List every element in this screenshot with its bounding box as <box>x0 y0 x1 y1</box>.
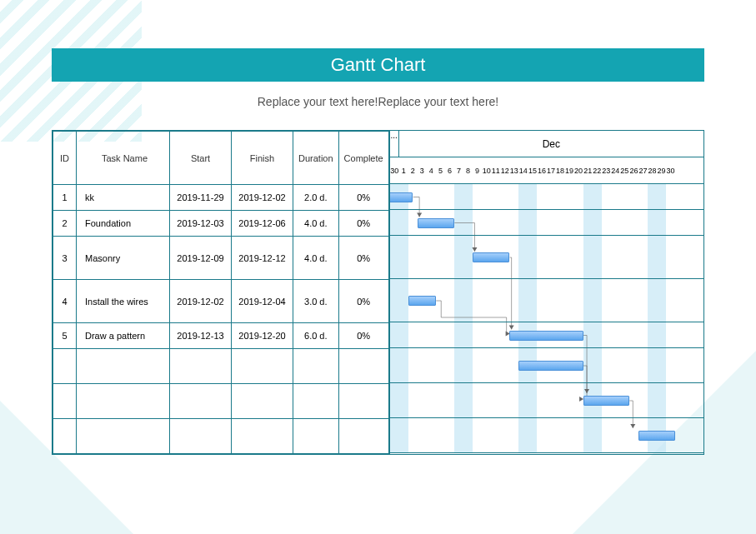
gantt-bar[interactable] <box>418 218 454 228</box>
cell-complete: 0% <box>338 280 388 323</box>
gantt-bar[interactable] <box>408 296 436 306</box>
gantt-row[interactable] <box>390 383 703 418</box>
cell-duration: 4.0 d. <box>293 211 339 237</box>
cell-name: Install the wires <box>77 280 170 323</box>
day-header-cell: 19 <box>565 157 574 183</box>
month-prev-marker: ... <box>390 131 399 157</box>
cell-name <box>77 419 170 454</box>
gantt-bar[interactable] <box>583 396 629 406</box>
day-header-cell: 8 <box>463 157 473 183</box>
table-row[interactable]: 3Masonry2019-12-092019-12-124.0 d.0% <box>53 237 389 280</box>
cell-complete: 0% <box>338 211 388 237</box>
cell-start <box>170 349 232 384</box>
day-header-cell: 16 <box>537 157 546 183</box>
day-header-cell: 4 <box>427 157 436 183</box>
gantt-bar[interactable] <box>389 192 413 202</box>
cell-start: 2019-12-13 <box>170 323 232 349</box>
cell-start: 2019-11-29 <box>170 185 232 211</box>
gantt-timeline-panel: ... Dec 30123456789101112131415161718192… <box>389 131 703 454</box>
gantt-body <box>390 184 703 453</box>
col-id-header: ID <box>53 132 77 185</box>
cell-id <box>53 349 77 384</box>
cell-duration <box>293 419 339 454</box>
cell-finish: 2019-12-20 <box>232 323 293 349</box>
table-header-row: ID Task Name Start Finish Duration Compl… <box>53 132 389 185</box>
title-bar: Gantt Chart <box>52 48 704 82</box>
cell-name: kk <box>77 185 170 211</box>
cell-id <box>53 419 77 454</box>
day-header-cell: 14 <box>518 157 528 183</box>
cell-duration <box>293 349 339 384</box>
day-header-cell: 15 <box>528 157 537 183</box>
cell-finish: 2019-12-04 <box>232 280 293 323</box>
cell-finish: 2019-12-06 <box>232 211 293 237</box>
gantt-day-header: 3012345678910111213141516171819202122232… <box>390 157 703 184</box>
cell-complete <box>338 349 388 384</box>
cell-complete: 0% <box>338 323 388 349</box>
table-row[interactable]: 4Install the wires2019-12-022019-12-043.… <box>53 280 389 323</box>
cell-complete: 0% <box>338 237 388 280</box>
day-header-cell: 6 <box>445 157 454 183</box>
day-header-cell: 22 <box>593 157 602 183</box>
day-header-cell: 21 <box>583 157 593 183</box>
table-row[interactable] <box>53 419 389 454</box>
gantt-row[interactable] <box>390 236 703 279</box>
cell-finish: 2019-12-12 <box>232 237 293 280</box>
gantt-row[interactable] <box>390 279 703 322</box>
task-table: ID Task Name Start Finish Duration Compl… <box>53 131 389 454</box>
day-header-cell: 30 <box>390 157 399 183</box>
cell-id <box>53 384 77 419</box>
cell-id: 4 <box>53 280 77 323</box>
day-header-cell: 1 <box>399 157 408 183</box>
cell-duration: 6.0 d. <box>293 323 339 349</box>
gantt-row[interactable] <box>390 184 703 210</box>
day-header-cell: 2 <box>408 157 418 183</box>
cell-id: 5 <box>53 323 77 349</box>
table-row[interactable] <box>53 349 389 384</box>
col-name-header: Task Name <box>77 132 170 185</box>
table-row[interactable] <box>53 384 389 419</box>
day-header-cell: 30 <box>666 157 675 183</box>
day-header-cell: 20 <box>574 157 583 183</box>
cell-name <box>77 349 170 384</box>
gantt-bar[interactable] <box>518 361 583 371</box>
day-header-cell: 17 <box>546 157 555 183</box>
gantt-bar[interactable] <box>509 331 583 341</box>
day-header-cell: 10 <box>482 157 491 183</box>
day-header-cell: 27 <box>638 157 648 183</box>
cell-duration: 2.0 d. <box>293 185 339 211</box>
table-row[interactable]: 1kk2019-11-292019-12-022.0 d.0% <box>53 185 389 211</box>
cell-complete <box>338 384 388 419</box>
day-header-cell: 13 <box>509 157 518 183</box>
day-header-cell: 25 <box>620 157 629 183</box>
cell-name: Foundation <box>77 211 170 237</box>
day-header-cell: 11 <box>491 157 500 183</box>
cell-start <box>170 419 232 454</box>
cell-finish <box>232 349 293 384</box>
gantt-month-header: ... Dec <box>390 131 703 157</box>
gantt-bar[interactable] <box>473 252 509 262</box>
month-label-dec: Dec <box>399 131 703 157</box>
table-row[interactable]: 5Draw a pattern2019-12-132019-12-206.0 d… <box>53 323 389 349</box>
day-header-cell: 5 <box>436 157 445 183</box>
table-row[interactable]: 2Foundation2019-12-032019-12-064.0 d.0% <box>53 211 389 237</box>
cell-start <box>170 384 232 419</box>
gantt-bar[interactable] <box>638 431 675 441</box>
day-header-cell: 28 <box>648 157 657 183</box>
day-header-cell: 26 <box>629 157 638 183</box>
day-header-cell: 9 <box>473 157 482 183</box>
page-title: Gantt Chart <box>331 54 426 76</box>
day-header-cell: 3 <box>418 157 427 183</box>
day-header-cell: 7 <box>454 157 463 183</box>
cell-finish <box>232 384 293 419</box>
cell-id: 1 <box>53 185 77 211</box>
cell-name <box>77 384 170 419</box>
cell-finish <box>232 419 293 454</box>
cell-complete <box>338 419 388 454</box>
col-start-header: Start <box>170 132 232 185</box>
cell-duration <box>293 384 339 419</box>
col-finish-header: Finish <box>232 132 293 185</box>
cell-start: 2019-12-09 <box>170 237 232 280</box>
cell-start: 2019-12-02 <box>170 280 232 323</box>
day-header-cell: 18 <box>556 157 565 183</box>
